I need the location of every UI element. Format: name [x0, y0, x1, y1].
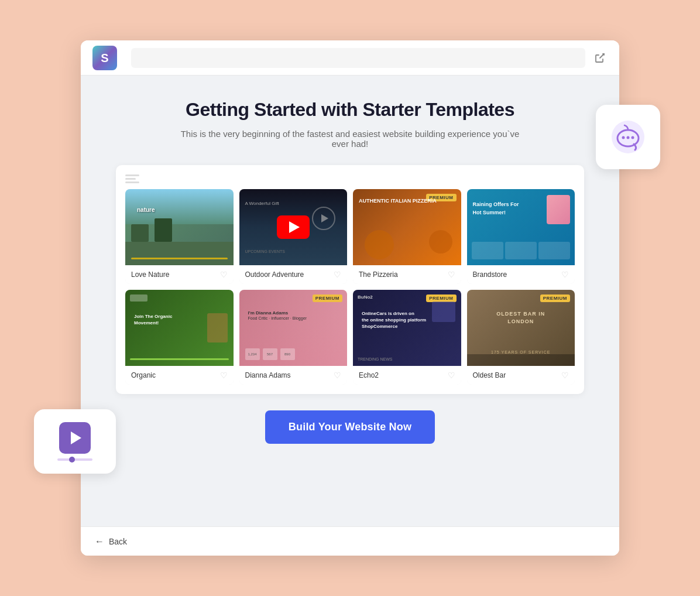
template-card-outdoor[interactable]: A Wonderful Gift UPCOMING EVENTS — [239, 189, 348, 284]
app-logo: S — [92, 46, 117, 70]
youtube-play-button[interactable] — [277, 215, 310, 239]
video-overlay[interactable] — [239, 189, 348, 265]
template-footer-bar: Oldest Bar ♡ — [467, 366, 575, 385]
ecom-title: OnlineCars is driven onthe online shoppi… — [362, 310, 426, 330]
template-footer-outdoor: Outdoor Adventure ♡ — [239, 265, 348, 284]
template-thumb-brandstore: Raining Offers ForHot Summer! — [467, 189, 575, 265]
template-thumb-nature: nature — [125, 189, 234, 265]
template-name-brandstore: Brandstore — [473, 270, 507, 279]
template-heart-nature[interactable]: ♡ — [220, 270, 228, 279]
organic-title: Join The OrganicMovement! — [134, 313, 172, 326]
bar-title: Oldest Bar InLondon — [476, 310, 567, 325]
template-footer-organic: Organic ♡ — [125, 366, 234, 385]
template-name-pizzeria: The Pizzeria — [359, 270, 398, 279]
template-heart-brandstore[interactable]: ♡ — [561, 270, 569, 279]
template-name-bar: Oldest Bar — [473, 371, 506, 379]
header-line-3 — [125, 181, 139, 183]
header-lines — [125, 174, 139, 183]
template-card-brandstore[interactable]: Raining Offers ForHot Summer! Br — [467, 189, 575, 284]
page-content: Getting Started with Starter Templates T… — [81, 76, 619, 526]
svg-point-3 — [627, 136, 630, 139]
template-heart-echo2[interactable]: ♡ — [448, 371, 455, 380]
support-widget[interactable] — [596, 105, 660, 169]
external-link-icon[interactable] — [592, 50, 608, 66]
template-footer-echo2: Echo2 ♡ — [353, 366, 461, 385]
header-line-1 — [125, 174, 139, 176]
pizzeria-title: AUTHENTIC ITALIAN PIZZERIA — [359, 198, 437, 204]
video-play-button[interactable] — [59, 422, 91, 454]
svg-point-4 — [632, 136, 634, 139]
page-subtitle: This is the very beginning of the fastes… — [174, 129, 526, 149]
browser-window: S Getting Started with Starter Templates… — [81, 40, 619, 556]
template-thumb-organic: Join The OrganicMovement! — [125, 290, 234, 366]
video-progress-dot — [69, 457, 75, 463]
premium-badge-bar: PREMIUM — [540, 294, 570, 302]
template-name-blogger: Dianna Adams — [245, 371, 291, 379]
template-thumb-adventure: A Wonderful Gift UPCOMING EVENTS — [239, 189, 348, 265]
template-thumb-ecommerce: PREMIUM BuNo2 OnlineCars is driven onthe… — [353, 290, 461, 366]
back-arrow-icon: ← — [95, 536, 104, 547]
templates-header — [125, 174, 575, 183]
page-title: Getting Started with Starter Templates — [186, 99, 514, 121]
blogger-title: I'm Dianna AdamsFood Critic · Influencer… — [248, 310, 307, 321]
template-card-echo2[interactable]: PREMIUM BuNo2 OnlineCars is driven onthe… — [353, 290, 461, 385]
back-label: Back — [109, 537, 127, 546]
templates-container: nature Love Nature ♡ — [116, 165, 584, 394]
template-heart-bar[interactable]: ♡ — [561, 371, 569, 380]
video-progress-bar — [57, 458, 92, 461]
template-footer-blogger: Dianna Adams ♡ — [239, 366, 348, 385]
template-heart-blogger[interactable]: ♡ — [334, 371, 341, 380]
template-card-organic[interactable]: Join The OrganicMovement! Organic ♡ — [125, 290, 234, 385]
template-card-pizzeria[interactable]: PREMIUM AUTHENTIC ITALIAN PIZZERIA The P… — [353, 189, 461, 284]
back-button[interactable]: ← Back — [95, 536, 127, 547]
template-name-outdoor: Outdoor Adventure — [245, 270, 304, 279]
template-heart-pizzeria[interactable]: ♡ — [448, 270, 455, 279]
template-card-love-nature[interactable]: nature Love Nature ♡ — [125, 189, 234, 284]
support-icon — [609, 118, 647, 156]
template-footer-pizzeria: The Pizzeria ♡ — [353, 265, 461, 284]
address-bar[interactable] — [131, 48, 585, 68]
template-footer-brandstore: Brandstore ♡ — [467, 265, 575, 284]
template-thumb-pizzeria: PREMIUM AUTHENTIC ITALIAN PIZZERIA — [353, 189, 461, 265]
template-name-nature: Love Nature — [131, 270, 169, 279]
templates-grid: nature Love Nature ♡ — [125, 189, 575, 385]
template-card-blogger[interactable]: PREMIUM I'm Dianna AdamsFood Critic · In… — [239, 290, 348, 385]
template-footer-nature: Love Nature ♡ — [125, 265, 234, 284]
back-bar: ← Back — [81, 526, 619, 556]
template-name-organic: Organic — [131, 371, 156, 379]
template-thumb-blogger: PREMIUM I'm Dianna AdamsFood Critic · In… — [239, 290, 348, 366]
header-line-2 — [125, 178, 136, 180]
template-card-bar[interactable]: PREMIUM Oldest Bar InLondon 175 YEARS OF… — [467, 290, 575, 385]
template-heart-outdoor[interactable]: ♡ — [334, 270, 341, 279]
nature-title-text: nature — [137, 207, 155, 213]
video-widget[interactable] — [34, 409, 116, 474]
svg-point-2 — [622, 136, 625, 139]
browser-chrome: S — [81, 40, 619, 76]
template-thumb-bar: PREMIUM Oldest Bar InLondon 175 YEARS OF… — [467, 290, 575, 366]
svg-text:S: S — [101, 52, 108, 64]
build-website-button[interactable]: Build Your Website Now — [265, 410, 435, 444]
template-name-echo2: Echo2 — [359, 371, 379, 379]
brandstore-title-text: Raining Offers ForHot Summer! — [473, 201, 519, 217]
template-heart-organic[interactable]: ♡ — [220, 371, 228, 380]
